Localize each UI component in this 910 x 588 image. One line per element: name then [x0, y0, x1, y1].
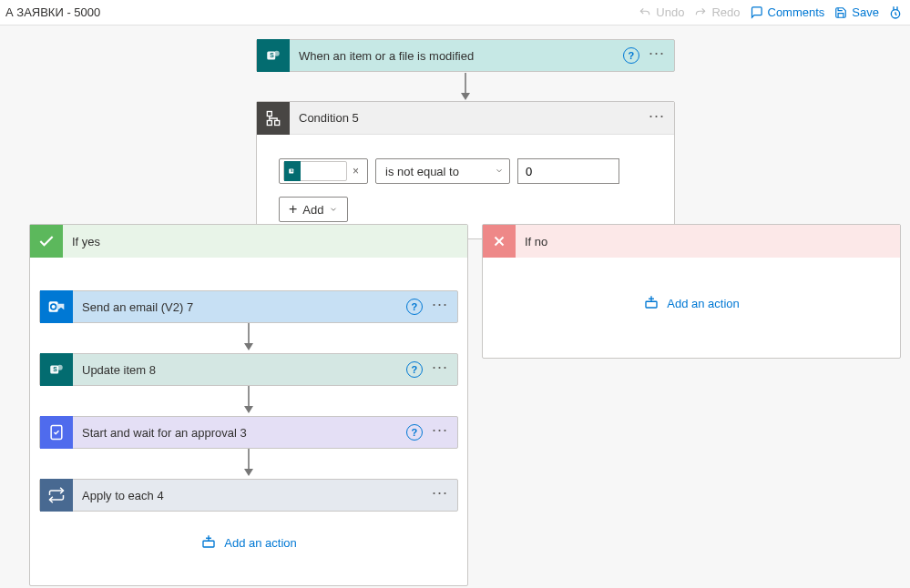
loop-icon — [40, 479, 73, 512]
toolbar-actions: Undo Redo Comments Save — [638, 5, 905, 20]
approval-icon — [40, 416, 73, 449]
approval-step[interactable]: Start and wait for an approval 3?··· — [39, 416, 458, 449]
more-icon[interactable]: ··· — [649, 116, 665, 121]
add-action-button[interactable]: Add an action — [643, 294, 740, 313]
svg-rect-7 — [267, 120, 271, 125]
apply-each-step[interactable]: Apply to each 4··· — [39, 479, 458, 512]
redo-label: Redo — [711, 5, 740, 19]
flow-title-text: А ЗАЯВКИ - 5000 — [5, 5, 100, 19]
connector-arrow — [244, 323, 253, 353]
outlook-icon — [40, 290, 73, 323]
connector-arrow — [244, 386, 253, 416]
help-icon[interactable]: ? — [406, 361, 423, 378]
step-title: Start and wait for an approval 3 — [73, 426, 406, 440]
close-icon — [483, 225, 516, 258]
yes-branch-label: If yes — [63, 235, 467, 248]
sharepoint-icon: S — [284, 161, 301, 181]
more-icon[interactable]: ··· — [432, 492, 448, 498]
trigger-step[interactable]: S When an item or a file is modified ? ·… — [256, 39, 675, 72]
svg-point-16 — [57, 365, 63, 370]
no-branch: If no Add an action — [482, 224, 901, 359]
connector-arrow — [244, 449, 253, 479]
remove-token-icon[interactable]: × — [349, 165, 363, 177]
save-button[interactable]: Save — [833, 5, 879, 20]
redo-button[interactable]: Redo — [693, 5, 740, 20]
svg-rect-8 — [275, 120, 280, 125]
chevron-down-icon — [495, 165, 504, 178]
yes-branch-body: Send an email (V2) 7?···SUpdate item 8?·… — [30, 258, 467, 574]
condition-operator-label: is not equal to — [385, 165, 459, 178]
help-icon[interactable]: ? — [406, 424, 423, 441]
condition-left-operand[interactable]: S × — [279, 158, 368, 184]
more-icon[interactable]: ··· — [649, 53, 665, 58]
top-toolbar: А ЗАЯВКИ - 5000 Undo Redo Comments Save — [0, 0, 910, 25]
help-icon[interactable]: ? — [406, 299, 423, 315]
flow-title: А ЗАЯВКИ - 5000 — [5, 5, 100, 19]
comments-label: Comments — [768, 5, 825, 19]
sharepoint-icon: S — [257, 39, 290, 72]
trigger-title: When an item or a file is modified — [290, 49, 623, 63]
comments-icon — [750, 5, 764, 20]
condition-operator-select[interactable]: is not equal to — [375, 158, 510, 184]
add-row-button[interactable]: + Add — [279, 197, 348, 222]
more-icon[interactable]: ··· — [432, 430, 448, 435]
flow-checker-icon — [888, 5, 903, 20]
svg-rect-23 — [203, 541, 214, 547]
svg-rect-28 — [646, 301, 657, 308]
chevron-down-icon — [329, 203, 338, 217]
comments-button[interactable]: Comments — [750, 5, 825, 20]
more-icon[interactable]: ··· — [432, 367, 448, 372]
flow-checker-button[interactable] — [888, 5, 905, 20]
sharepoint-icon: S — [40, 353, 73, 386]
undo-label: Undo — [656, 5, 684, 19]
condition-title: Condition 5 — [290, 111, 649, 125]
condition-body: S × is not equal to + Add — [257, 135, 674, 238]
add-row-label: Add — [302, 203, 323, 217]
condition-icon — [257, 102, 290, 135]
yes-branch: If yes Send an email (V2) 7?···SUpdate i… — [29, 224, 468, 586]
send-email-step[interactable]: Send an email (V2) 7?··· — [39, 290, 458, 323]
no-branch-label: If no — [516, 235, 900, 248]
svg-point-2 — [274, 51, 280, 56]
add-action-label: Add an action — [667, 297, 740, 310]
add-action-icon — [643, 294, 659, 313]
svg-marker-5 — [461, 93, 470, 100]
condition-value-input[interactable] — [517, 158, 619, 184]
undo-button[interactable]: Undo — [638, 5, 684, 20]
flow-canvas: S When an item or a file is modified ? ·… — [0, 25, 910, 588]
svg-rect-6 — [267, 111, 271, 116]
save-label: Save — [852, 5, 879, 19]
save-icon — [833, 5, 848, 20]
update-item-step[interactable]: SUpdate item 8?··· — [39, 353, 458, 386]
condition-step[interactable]: Condition 5 ··· S × is not equal to — [256, 101, 675, 239]
connector-arrow — [461, 73, 470, 100]
svg-marker-22 — [244, 469, 253, 476]
help-icon[interactable]: ? — [623, 47, 639, 64]
add-action-button[interactable]: Add an action — [200, 533, 297, 553]
svg-marker-14 — [244, 343, 253, 350]
step-title: Update item 8 — [73, 363, 406, 377]
svg-marker-19 — [244, 406, 253, 413]
dynamic-content-token[interactable]: S — [283, 161, 347, 181]
step-title: Apply to each 4 — [73, 489, 432, 502]
add-action-icon — [200, 533, 217, 553]
check-icon — [30, 225, 63, 258]
step-title: Send an email (V2) 7 — [73, 300, 406, 314]
no-branch-body: Add an action — [483, 258, 900, 335]
redo-icon — [693, 5, 708, 20]
add-action-label: Add an action — [224, 536, 297, 550]
svg-text:S: S — [270, 52, 274, 58]
svg-text:S: S — [53, 366, 57, 372]
token-value-placeholder — [301, 165, 343, 177]
more-icon[interactable]: ··· — [432, 304, 448, 309]
undo-icon — [638, 5, 652, 20]
